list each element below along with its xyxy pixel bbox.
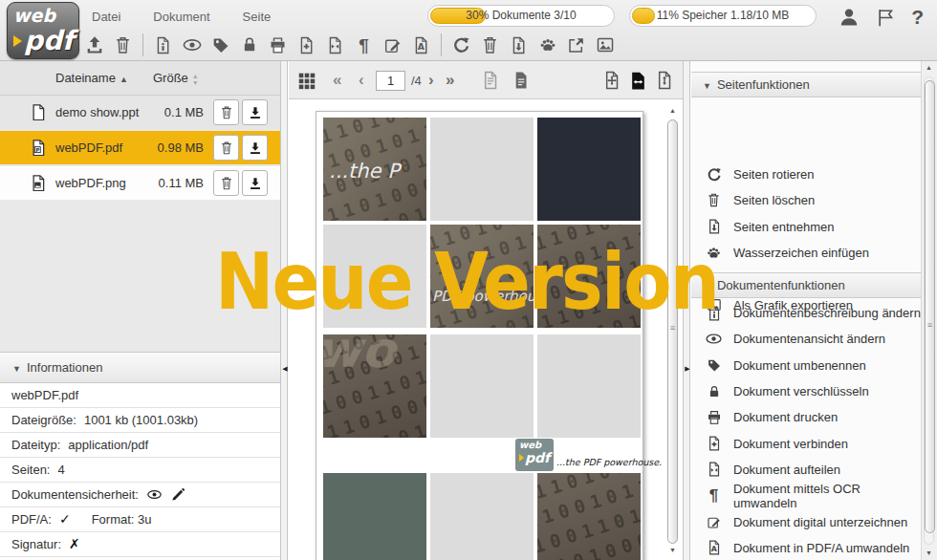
extract-pages-button[interactable] [507, 33, 531, 57]
app-header: web pdf Datei Dokument Seite 30% Dokumen… [0, 0, 937, 61]
collapse-right-icon[interactable]: ▶ [684, 365, 691, 373]
delete-file-button[interactable] [213, 135, 239, 161]
export-image-icon [595, 34, 616, 55]
single-page-view-button[interactable] [480, 61, 501, 99]
column-dateiname[interactable]: Dateiname▲ [55, 61, 128, 97]
scroll-down-icon[interactable]: ▼ [922, 547, 936, 560]
download-file-button[interactable] [242, 170, 268, 196]
menu-dokument[interactable]: Dokument [153, 10, 209, 24]
ocr-button[interactable]: ¶ [352, 33, 376, 57]
logo-arrow-icon [13, 35, 22, 47]
file-list-header: Dateiname▲ Größe▲▼ [0, 61, 280, 96]
rotate-pages-button[interactable] [449, 33, 473, 57]
export-image-button[interactable] [593, 33, 617, 57]
upload-icon [84, 34, 105, 55]
download-file-button[interactable] [242, 99, 268, 125]
sort-both-icon: ▲▼ [192, 73, 199, 86]
delete-pages-button[interactable] [478, 33, 502, 57]
prev-page-button[interactable]: ‹ [359, 61, 364, 99]
thumbnail-grid-button[interactable] [296, 61, 317, 99]
function-verschluesseln[interactable]: Dokument verschlüsseln [691, 378, 921, 404]
menu-seite[interactable]: Seite [243, 10, 272, 24]
main-menu: Datei Dokument Seite [92, 10, 271, 24]
scroll-up-icon[interactable]: ▲ [922, 61, 936, 75]
extract-content-button[interactable] [564, 33, 588, 57]
next-page-button[interactable]: › [428, 61, 434, 99]
user-account-icon[interactable] [838, 6, 861, 29]
download-icon [248, 105, 263, 120]
print-button[interactable] [266, 33, 290, 57]
function-drucken[interactable]: Dokument drucken [691, 404, 921, 430]
doc-description-button[interactable] [151, 33, 175, 57]
collapse-left-icon[interactable]: ◀ [281, 365, 289, 373]
function-seiten-entnehmen[interactable]: Seiten entnehmen [691, 214, 921, 240]
continuous-view-button[interactable] [511, 61, 532, 99]
main-toolbar: ¶ [82, 32, 617, 58]
file-row-ppt[interactable]: demo show.ppt 0.1 MB [0, 96, 280, 129]
rename-button[interactable] [208, 33, 232, 57]
function-wasserzeichen[interactable]: Wasserzeichen einfügen [691, 240, 921, 266]
file-size: 0.98 MB [139, 131, 204, 164]
section-dokumentenfunktionen[interactable]: ▼Dokumentenfunktionen [691, 272, 921, 298]
scrollbar-thumb[interactable]: ≡ [925, 80, 935, 533]
file-row-pdf-selected[interactable]: webPDF.pdf 0.98 MB [0, 131, 280, 164]
information-header[interactable]: ▼Informationen [0, 352, 280, 383]
function-seiten-loeschen[interactable]: Seiten löschen [691, 187, 921, 213]
function-aufteilen[interactable]: Dokument aufteilen [691, 457, 921, 483]
printer-icon [706, 409, 723, 426]
download-file-button[interactable] [242, 135, 268, 161]
documents-quota-label: 30% Dokumente 3/10 [428, 6, 614, 26]
pdfa-icon [706, 539, 723, 556]
column-groesse[interactable]: Größe▲▼ [153, 61, 199, 96]
fit-width-button[interactable] [627, 61, 649, 99]
viewer-toolbar: « ‹ /4 › » [289, 61, 683, 99]
section-seitenfunktionen[interactable]: ▼Seitenfunktionen [691, 72, 921, 97]
function-beschreibung-aendern[interactable]: Dokumentenbeschreibung ändern [691, 300, 921, 326]
view-security-eye-icon[interactable] [146, 486, 163, 503]
encrypt-button[interactable] [237, 33, 261, 57]
file-image-icon [30, 174, 47, 191]
toolbar-separator [441, 33, 442, 56]
file-row-png[interactable]: webPDF.png 0.11 MB [0, 166, 280, 200]
scrollbar-grip-icon: ≡ [926, 320, 934, 330]
scrollbar-thumb[interactable]: ≡ [667, 119, 678, 544]
last-page-button[interactable]: » [446, 61, 454, 99]
function-umbenennen[interactable]: Dokument umbenennen [691, 353, 921, 378]
preview-scrollbar[interactable]: ▲ ≡ ▼ [665, 104, 680, 557]
info-security: Dokumentensicherheit: [0, 483, 280, 507]
split-button[interactable] [323, 33, 347, 57]
document-preview[interactable]: 0101101001100101100101100101100110100101… [289, 100, 683, 560]
sign-icon [706, 514, 722, 530]
page-number-input[interactable] [376, 71, 405, 91]
function-digital-unterzeichnen[interactable]: Dokument digital unterzeichnen [691, 508, 921, 534]
function-ocr[interactable]: ¶Dokument mittels OCR umwandeln [691, 483, 921, 508]
doc-view-button[interactable] [180, 33, 204, 57]
delete-file-button[interactable] [111, 33, 135, 57]
function-seiten-rotieren[interactable]: Seiten rotieren [691, 162, 921, 187]
delete-file-button[interactable] [213, 170, 239, 196]
scroll-up-icon[interactable]: ▲ [665, 104, 680, 118]
sign-button[interactable] [381, 33, 404, 57]
first-page-button[interactable]: « [333, 61, 341, 99]
documents-quota-bar: 30% Dokumente 3/10 [427, 5, 615, 27]
scroll-down-icon[interactable]: ▼ [665, 544, 680, 557]
menu-datei[interactable]: Datei [92, 10, 120, 24]
function-pdfa-umwandeln[interactable]: Dokument in PDF/A umwandeln [691, 535, 921, 560]
right-panel-scrollbar[interactable]: ▲ ≡ ▼ [921, 61, 937, 560]
watermark-button[interactable] [535, 33, 559, 57]
fit-height-button[interactable] [654, 61, 675, 99]
function-verbinden[interactable]: Dokument verbinden [691, 430, 921, 456]
page-tile-plain [537, 334, 641, 438]
page-outline-icon [480, 70, 501, 91]
fit-page-button[interactable] [601, 61, 622, 99]
neue-version-watermark: Neue Version [215, 237, 718, 327]
function-ansicht-aendern[interactable]: Dokumentenansicht ändern [691, 326, 921, 352]
page-webpdf-logo: web pdf [515, 439, 554, 471]
delete-file-button[interactable] [213, 99, 239, 125]
edit-security-pencil-icon[interactable] [170, 486, 186, 503]
pdfa-button[interactable] [409, 33, 433, 57]
upload-button[interactable] [82, 33, 106, 57]
language-flag-icon[interactable] [875, 7, 897, 29]
help-icon[interactable]: ? [911, 6, 924, 29]
merge-button[interactable] [294, 33, 318, 57]
